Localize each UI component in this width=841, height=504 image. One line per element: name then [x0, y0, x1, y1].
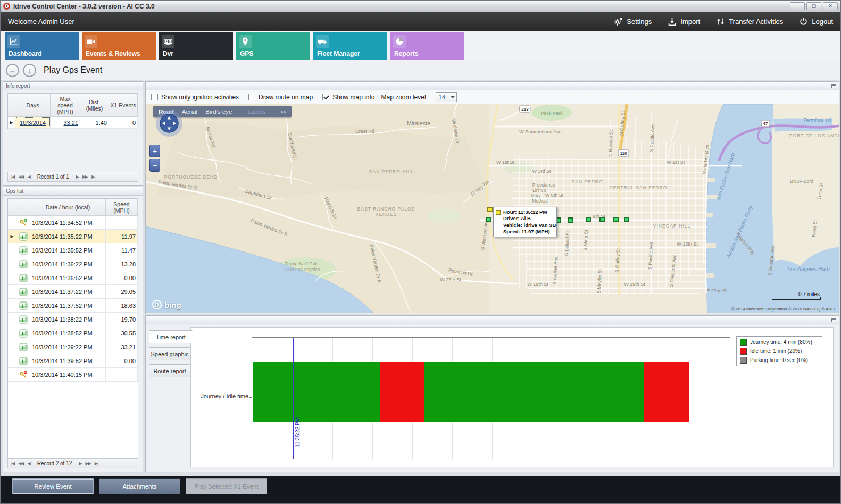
info-report-row[interactable]: ▶ 10/3/2014 33.21 1.40 0	[8, 117, 138, 129]
gps-speed: 33.21	[106, 340, 138, 354]
window-title: Idrive Control Center - 3.0.2 version - …	[13, 3, 155, 10]
gps-list-row[interactable]: 10/3/2014 11:36:52 PM0.00	[8, 271, 138, 285]
topbar-transfer-activities-button[interactable]: Transfer Activities	[716, 17, 783, 26]
map-style-bird-s-eye[interactable]: Bird's eye	[205, 108, 232, 115]
map-style-labels[interactable]: Labels	[240, 108, 265, 115]
gps-list-row[interactable]: 10/3/2014 11:38:52 PM30.55	[8, 326, 138, 340]
nav-tile-events-reviews[interactable]: Events & Reviews	[82, 32, 156, 60]
gps-point-icon	[16, 257, 30, 271]
gps-list-row[interactable]: 10/3/2014 11:39:22 PM33.21	[8, 340, 138, 354]
gps-marker[interactable]	[613, 217, 619, 222]
gps-marker-selected[interactable]	[487, 207, 493, 212]
checkbox[interactable]	[322, 94, 329, 100]
legend-label: Idle time: 1 min (20%)	[750, 348, 802, 354]
checkbox[interactable]	[248, 94, 255, 100]
gps-list-panel: Gps list Date / hour (local)Speed (MPH) …	[3, 187, 143, 472]
map-style-aerial[interactable]: Aerial	[182, 108, 197, 115]
tooltip-line: Hour: 11:35:22 PM	[503, 209, 554, 215]
window-titlebar[interactable]: Idrive Control Center - 3.0.2 version - …	[1, 1, 840, 12]
topbar-import-button[interactable]: Import	[668, 17, 700, 26]
map-option[interactable]: Draw route on map	[248, 94, 313, 101]
map-tooltip-lines: Hour: 11:35:22 PMDriver: Al BVehicle: id…	[503, 209, 554, 235]
gps-speed: 11.47	[106, 243, 138, 257]
nav-tile-gps[interactable]: GPS	[236, 32, 310, 60]
close-button[interactable]: ✕	[823, 2, 838, 10]
gps-marker[interactable]	[624, 217, 629, 222]
expand-panel-icon[interactable]	[831, 84, 836, 88]
selected-point-icon	[496, 210, 501, 215]
gps-list-row[interactable]: 10/3/2014 11:38:22 PM19.70	[8, 313, 138, 326]
map-compass-control[interactable]	[155, 110, 183, 137]
row-state-cell	[8, 257, 16, 271]
gps-list-row[interactable]: 10/3/2014 11:40:15 PM	[8, 368, 138, 382]
pager-first-icon[interactable]: |◀	[11, 174, 14, 179]
collapse-map-menu-button[interactable]: <<	[280, 108, 286, 115]
pager-next-page-icon[interactable]: ▶▶	[82, 174, 88, 179]
timeline-bar	[253, 362, 689, 422]
tab-route-report[interactable]: Route report	[149, 364, 190, 377]
info-report-table: DaysMax speed (MPH)Dist. (Miles)X1 Event…	[7, 93, 138, 129]
gps-marker[interactable]	[586, 217, 591, 222]
time-marker-line[interactable]	[293, 338, 294, 459]
pager-text: Record 2 of 12	[37, 460, 72, 466]
app-logo-icon	[3, 3, 10, 10]
pager-first-icon[interactable]: |◀	[11, 461, 14, 466]
gps-list-row[interactable]: 10/3/2014 11:37:22 PM29.05	[8, 285, 138, 299]
pager-next-page-icon[interactable]: ▶▶	[85, 461, 90, 466]
expand-panel-icon[interactable]	[831, 318, 836, 322]
pager-last-icon[interactable]: ▶|	[91, 174, 95, 179]
days-cell[interactable]: 10/3/2014	[15, 117, 51, 129]
map-pin-icon	[239, 35, 252, 48]
checkbox[interactable]	[151, 94, 158, 100]
map-option[interactable]: Show only ignition activities	[151, 94, 239, 101]
pager-next-icon[interactable]: ▶	[79, 461, 81, 466]
gps-marker[interactable]	[568, 217, 573, 223]
map-scale: 0.7 miles	[772, 291, 821, 300]
collapse-header-button[interactable]: ↓	[23, 64, 36, 77]
map-zoom-in-button[interactable]: +	[149, 145, 160, 157]
topbar-settings-button[interactable]: Settings	[614, 17, 652, 26]
nav-tile-dvr[interactable]: Dvr	[159, 32, 233, 60]
nav-tile-fleet-manager[interactable]: Fleet Manager	[313, 32, 387, 60]
timeline-row-label: Journey / Idle time	[194, 393, 248, 399]
nav-tile-reports[interactable]: Reports	[390, 32, 464, 60]
gps-list-row[interactable]: 10/3/2014 11:39:52 PM0.00	[8, 354, 138, 368]
topbar-logout-button[interactable]: Logout	[799, 17, 833, 26]
pager-prev-page-icon[interactable]: ◀◀	[18, 461, 23, 466]
footer-review-event-button[interactable]: Review Event	[12, 478, 94, 494]
max-speed-link[interactable]: 33.21	[63, 120, 78, 126]
nav-tile-label: Dashboard	[9, 50, 42, 57]
gps-list-row[interactable]: 10/3/2014 11:34:52 PM	[8, 216, 138, 230]
map[interactable]: MiralestePeck ParkW Summerland AveCrest …	[146, 104, 839, 314]
gps-marker[interactable]	[486, 217, 491, 222]
pager-text: Record 1 of 1	[37, 174, 69, 180]
pager-prev-icon[interactable]: ◀	[28, 461, 30, 466]
days-link[interactable]: 10/3/2014	[20, 120, 46, 126]
pager-prev-icon[interactable]: ◀	[28, 174, 30, 179]
maximize-button[interactable]: ▢	[806, 2, 821, 10]
minimize-button[interactable]: —	[790, 2, 805, 10]
tab-speed-graphic[interactable]: Speed graphic	[149, 347, 190, 360]
map-option[interactable]: Show map info	[322, 94, 374, 101]
gps-datetime: 10/3/2014 11:36:22 PM	[30, 257, 106, 271]
tab-time-report[interactable]: Time report	[149, 330, 193, 343]
pager-last-icon[interactable]: ▶|	[95, 461, 98, 466]
legend-item: Journey time: 4 min (80%)	[740, 339, 819, 346]
gps-marker[interactable]	[599, 217, 605, 222]
back-button[interactable]: ←	[6, 64, 19, 77]
pager-next-icon[interactable]: ▶	[76, 174, 79, 179]
map-zoom-out-button[interactable]: −	[149, 159, 160, 172]
timeline-segment-journey	[424, 362, 644, 422]
footer-attachments-button[interactable]: Attachments	[99, 478, 180, 494]
transfer-arrows-icon	[716, 17, 725, 26]
gps-list-row[interactable]: 10/3/2014 11:35:52 PM11.47	[8, 243, 138, 257]
gps-list-row[interactable]: 10/3/2014 11:36:22 PM13.28	[8, 257, 138, 271]
map-zoom-select[interactable]: 14	[436, 92, 457, 102]
legend-label: Journey time: 4 min (80%)	[750, 339, 812, 345]
gps-list-row[interactable]: 10/3/2014 11:37:52 PM18.63	[8, 299, 138, 313]
max-speed-cell[interactable]: 33.21	[51, 117, 80, 129]
nav-tile-dashboard[interactable]: Dashboard	[5, 32, 79, 60]
gps-list-row[interactable]: ▶10/3/2014 11:35:22 PM11.97	[8, 230, 138, 243]
pager-prev-page-icon[interactable]: ◀◀	[18, 174, 23, 179]
page-title: Play Gps Event	[44, 65, 102, 75]
